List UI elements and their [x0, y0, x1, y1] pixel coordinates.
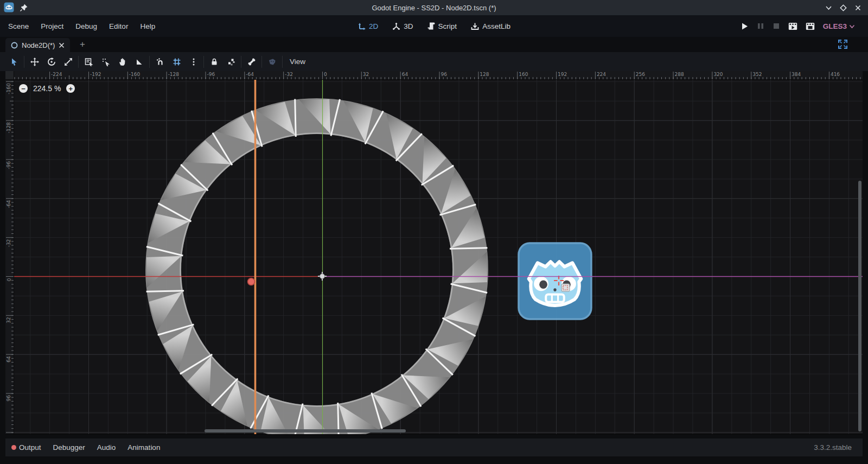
svg-text:-128: -128: [168, 72, 180, 77]
window-maximize-icon[interactable]: [840, 4, 847, 11]
tool-pan-button[interactable]: [114, 54, 131, 70]
list-select-tool-icon: [85, 58, 93, 66]
assetlib-icon: [471, 22, 479, 30]
debugger-button[interactable]: Debugger: [47, 443, 91, 452]
snap-options-button[interactable]: [185, 54, 202, 70]
scale-tool-icon: [64, 58, 73, 66]
group-button[interactable]: [222, 54, 239, 70]
vertical-scrollbar[interactable]: [858, 181, 861, 431]
svg-text:0: 0: [7, 278, 12, 281]
audio-button[interactable]: Audio: [91, 443, 122, 452]
ruler-corner: [5, 71, 14, 79]
pause-button[interactable]: [757, 22, 764, 30]
smart-snap-icon: [156, 58, 164, 66]
svg-text:416: 416: [831, 72, 840, 77]
workspace-script[interactable]: Script: [427, 22, 457, 30]
tool-ruler-button[interactable]: [131, 54, 148, 70]
tool-rotate-button[interactable]: [43, 54, 60, 70]
tool-scale-button[interactable]: [60, 54, 76, 70]
skeleton-options-icon: [268, 58, 277, 66]
tab-close-icon[interactable]: [59, 42, 65, 48]
svg-text:0: 0: [324, 72, 327, 77]
renderer-dropdown[interactable]: GLES3: [823, 22, 855, 30]
move-tool-icon: [30, 58, 39, 66]
animation-button[interactable]: Animation: [122, 443, 166, 452]
version-label: 3.3.2.stable: [814, 443, 852, 452]
tool-select-button[interactable]: [5, 54, 22, 70]
viewport-canvas: -224-192-160-128-96-64-32032649612816019…: [5, 71, 863, 434]
window-title: Godot Engine - SS2D - Node2D.tscn (*): [0, 0, 868, 15]
add-scene-tab-button[interactable]: +: [77, 39, 88, 50]
svg-text:96: 96: [7, 395, 12, 402]
bone-button[interactable]: [243, 54, 260, 70]
grid-snap-button[interactable]: [168, 54, 185, 70]
workspace-3d[interactable]: 3D: [392, 22, 413, 30]
snap-options-icon: [189, 58, 198, 66]
zoom-out-button[interactable]: −: [19, 84, 28, 93]
canvas-viewport[interactable]: -224-192-160-128-96-64-32032649612816019…: [5, 71, 863, 435]
view-menu[interactable]: View: [284, 58, 311, 66]
output-alert-dot: [11, 445, 16, 450]
svg-text:128: 128: [480, 72, 489, 77]
svg-text:160: 160: [519, 72, 528, 77]
workspace-assetlib[interactable]: AssetLib: [471, 22, 510, 30]
distraction-free-icon[interactable]: [838, 40, 847, 49]
scene-tab-bar: Node2D(*) +: [0, 37, 868, 52]
3d-icon: [392, 22, 400, 30]
zoom-level[interactable]: 224.5 %: [33, 84, 61, 93]
svg-text:-224: -224: [51, 72, 62, 77]
svg-text:-160: -160: [7, 83, 12, 94]
svg-text:96: 96: [441, 72, 448, 77]
output-button[interactable]: Output: [5, 443, 47, 452]
lock-icon: [210, 58, 219, 66]
scene-tab-node2d[interactable]: Node2D(*): [5, 38, 70, 52]
title-bar: Godot Engine - SS2D - Node2D.tscn (*): [0, 0, 868, 15]
svg-text:-160: -160: [129, 72, 141, 77]
svg-text:224: 224: [597, 72, 606, 77]
svg-text:256: 256: [636, 72, 645, 77]
svg-text:320: 320: [713, 72, 723, 77]
play-button[interactable]: [741, 22, 749, 30]
horizontal-scrollbar[interactable]: [205, 429, 406, 433]
shape-control-point[interactable]: [248, 278, 255, 285]
position-select-tool-icon: [101, 58, 110, 66]
smart-snap-button[interactable]: [151, 54, 168, 70]
top-ruler: [14, 71, 863, 79]
svg-text:64: 64: [7, 356, 12, 363]
pan-tool-icon: [118, 58, 127, 66]
script-icon: [427, 22, 435, 30]
ruler-tool-icon: [135, 58, 144, 66]
bottom-panel: Output Debugger Audio Animation 3.3.2.st…: [5, 438, 863, 456]
svg-text:-96: -96: [207, 72, 215, 77]
tool-move-button[interactable]: [26, 54, 43, 70]
svg-text:-64: -64: [246, 72, 254, 77]
svg-text:384: 384: [792, 72, 801, 77]
tool-list-select-button[interactable]: [80, 54, 97, 70]
svg-text:32: 32: [7, 317, 12, 323]
group-icon: [227, 58, 235, 66]
svg-text:192: 192: [558, 72, 567, 77]
tool-position-select-button[interactable]: [97, 54, 114, 70]
svg-text:64: 64: [402, 72, 409, 77]
svg-text:352: 352: [752, 72, 762, 77]
svg-text:-96: -96: [7, 161, 12, 169]
svg-text:32: 32: [363, 72, 369, 77]
chevron-down-icon: [849, 23, 855, 29]
svg-text:-32: -32: [7, 239, 12, 247]
zoom-controls: − 224.5 % +: [19, 84, 75, 93]
svg-text:-192: -192: [90, 72, 101, 77]
lock-button[interactable]: [206, 54, 222, 70]
svg-text:-128: -128: [7, 122, 12, 134]
window-close-icon[interactable]: [854, 4, 861, 11]
canvas-toolbar: View: [0, 52, 868, 71]
grid-snap-icon: [173, 58, 181, 66]
workspace-2d[interactable]: 2D: [358, 22, 378, 30]
node2d-icon: [11, 42, 18, 49]
stop-button[interactable]: [773, 22, 780, 30]
window-minimize-icon[interactable]: [825, 4, 832, 11]
svg-text:288: 288: [675, 72, 684, 77]
zoom-in-button[interactable]: +: [66, 84, 75, 93]
play-custom-scene-button[interactable]: [806, 22, 815, 30]
play-scene-button[interactable]: [788, 22, 797, 30]
skeleton-options-button[interactable]: [264, 54, 280, 70]
